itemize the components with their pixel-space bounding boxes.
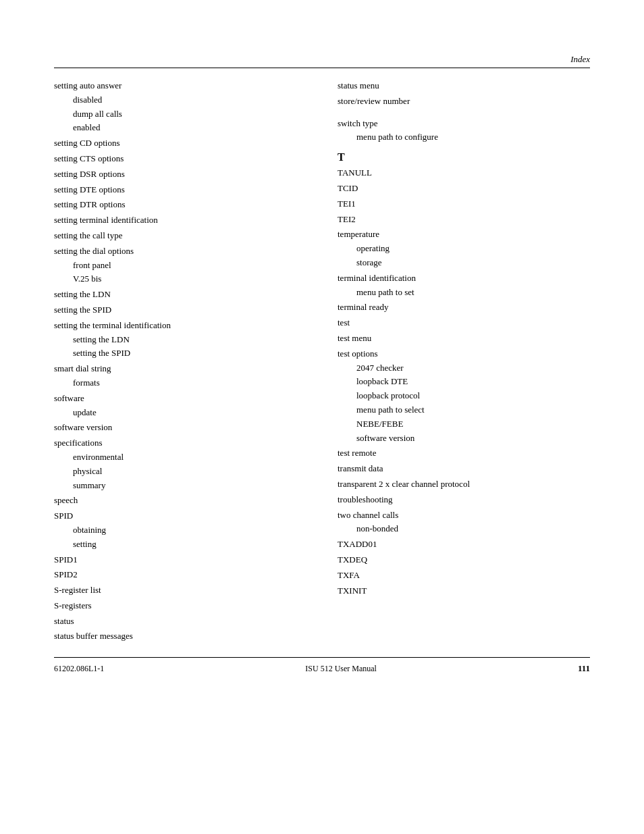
- index-entry: status menu: [338, 79, 590, 93]
- index-entry: setting auto answer: [54, 79, 311, 93]
- index-entry: specifications: [54, 436, 311, 450]
- index-entry: S-registers: [54, 599, 311, 613]
- header-label: Index: [570, 54, 590, 65]
- index-entry: terminal ready: [338, 301, 590, 315]
- index-entry: TEI1: [338, 197, 590, 211]
- index-entry: speech: [54, 494, 311, 508]
- footer-page: 111: [578, 663, 590, 674]
- index-entry: software: [54, 392, 311, 406]
- right-column: status menustore/review numberswitch typ…: [338, 78, 590, 644]
- index-entry: NEBE/FEBE: [338, 417, 590, 432]
- index-entry: environmental: [54, 450, 311, 465]
- index-entry: troubleshooting: [338, 493, 590, 507]
- index-entry: setting the SPID: [54, 303, 311, 317]
- index-entry: software version: [338, 432, 590, 446]
- index-entry: front panel: [54, 259, 311, 273]
- index-entry: disabled: [54, 93, 311, 107]
- index-entry: setting DTE options: [54, 183, 311, 197]
- index-entry: status: [54, 615, 311, 629]
- index-entry: menu path to configure: [338, 130, 590, 145]
- index-entry: S-register list: [54, 583, 311, 598]
- footer-center: ISU 512 User Manual: [305, 664, 377, 674]
- index-entry: SPID2: [54, 568, 311, 582]
- index-entry: loopback DTE: [338, 375, 590, 389]
- footer-left: 61202.086L1-1: [54, 664, 104, 674]
- index-entry: enabled: [54, 121, 311, 135]
- index-entry: update: [54, 406, 311, 420]
- index-entry: test remote: [338, 446, 590, 461]
- index-entry: test: [338, 316, 590, 330]
- index-entry: loopback protocol: [338, 389, 590, 403]
- index-entry: two channel calls: [338, 509, 590, 523]
- header: Index: [54, 54, 590, 65]
- footer: 61202.086L1-1 ISU 512 User Manual 111: [54, 663, 590, 674]
- index-entry: temperature: [338, 228, 590, 242]
- section-letter: T: [338, 151, 590, 163]
- index-entry: TCID: [338, 182, 590, 196]
- index-entry: TANULL: [338, 166, 590, 180]
- index-entry: storage: [338, 256, 590, 270]
- index-entry: TXADD01: [338, 538, 590, 552]
- index-entry: setting the SPID: [54, 346, 311, 361]
- index-entry: menu path to select: [338, 403, 590, 417]
- index-entry: setting the LDN: [54, 333, 311, 347]
- index-entry: transmit data: [338, 462, 590, 476]
- index-entry: status buffer messages: [54, 629, 311, 644]
- index-entry: dump all calls: [54, 107, 311, 122]
- header-rule: [54, 68, 590, 68]
- index-entry: obtaining: [54, 523, 311, 538]
- index-entry: SPID1: [54, 553, 311, 567]
- index-entry: TXDEQ: [338, 553, 590, 567]
- index-entry: setting the dial options: [54, 244, 311, 259]
- content-area: setting auto answerdisableddump all call…: [54, 78, 590, 644]
- index-entry: setting CTS options: [54, 152, 311, 166]
- index-entry: 2047 checker: [338, 361, 590, 375]
- index-entry: physical: [54, 465, 311, 479]
- index-entry: store/review number: [338, 95, 590, 109]
- index-entry: setting DSR options: [54, 167, 311, 182]
- index-entry: setting terminal identification: [54, 213, 311, 228]
- index-entry: transparent 2 x clear channel protocol: [338, 477, 590, 492]
- page: Index setting auto answerdisableddump al…: [0, 0, 644, 834]
- index-entry: software version: [54, 421, 311, 435]
- index-entry: setting: [54, 538, 311, 552]
- index-entry: setting DTR options: [54, 198, 311, 212]
- index-entry: switch type: [338, 117, 590, 131]
- index-entry: TEI2: [338, 213, 590, 227]
- index-entry: summary: [54, 479, 311, 493]
- index-entry: setting the LDN: [54, 288, 311, 302]
- index-entry: setting the terminal identification: [54, 319, 311, 333]
- index-entry: setting the call type: [54, 229, 311, 243]
- index-entry: test menu: [338, 332, 590, 346]
- index-entry: formats: [54, 376, 311, 390]
- index-entry: SPID: [54, 509, 311, 523]
- index-entry: V.25 bis: [54, 272, 311, 286]
- index-entry: non-bonded: [338, 522, 590, 536]
- left-column: setting auto answerdisableddump all call…: [54, 78, 311, 644]
- index-entry: setting CD options: [54, 136, 311, 151]
- index-entry: test options: [338, 347, 590, 361]
- index-entry: TXINIT: [338, 584, 590, 598]
- index-entry: menu path to set: [338, 286, 590, 300]
- index-entry: TXFA: [338, 569, 590, 583]
- index-entry: terminal identification: [338, 271, 590, 286]
- footer-rule: [54, 657, 590, 658]
- index-entry: smart dial string: [54, 362, 311, 376]
- index-entry: operating: [338, 242, 590, 256]
